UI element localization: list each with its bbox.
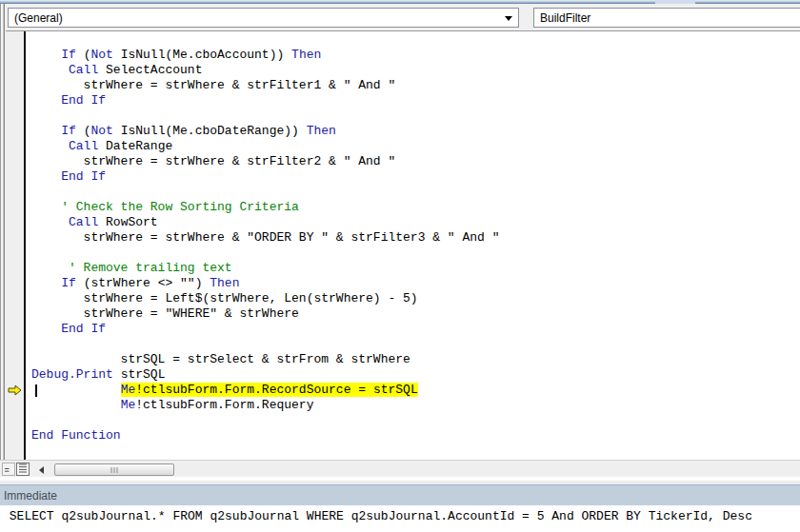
code-segment: ( — [76, 48, 91, 62]
code-segment — [31, 93, 61, 108]
code-segment — [31, 63, 69, 77]
full-module-view-icon — [19, 463, 27, 473]
code-segment: strWhere = "WHERE" & strWhere — [31, 306, 299, 321]
code-segment: Me — [121, 383, 136, 397]
code-line[interactable]: End If — [31, 93, 800, 108]
code-segment: strWhere = Left$(strWhere, Len(strWhere)… — [31, 291, 418, 305]
code-line[interactable]: Me!ctlsubForm.Form.Requery — [31, 398, 800, 413]
immediate-output-line: SELECT q2subJournal.* FROM q2subJournal … — [0, 505, 800, 524]
code-line[interactable]: ' Remove trailing text — [31, 261, 800, 276]
code-segment: strWhere = strWhere & strFilter2 & " And… — [31, 154, 395, 168]
code-segment: If — [61, 276, 76, 290]
code-segment — [31, 398, 121, 412]
scrollbar-grip-icon — [111, 467, 118, 473]
code-segment: End If — [61, 169, 106, 184]
procedure-combobox[interactable]: BuildFilter — [533, 8, 800, 28]
code-segment: IsNull(Me.cboAccount)) — [113, 48, 291, 62]
code-segment: Debug.Print — [31, 367, 113, 382]
code-line[interactable]: If (Not IsNull(Me.cboDateRange)) Then — [31, 124, 800, 139]
code-segment — [31, 383, 121, 397]
full-module-view-button[interactable] — [16, 463, 30, 476]
code-segment: Call — [69, 215, 98, 229]
code-segment: Then — [210, 276, 239, 290]
code-line[interactable] — [31, 108, 800, 124]
procedure-view-icon — [5, 464, 12, 473]
object-combobox[interactable]: (General) — [8, 8, 519, 28]
code-segment: End Function — [31, 428, 121, 443]
text-caret — [35, 384, 37, 397]
code-line[interactable] — [31, 185, 800, 200]
code-line[interactable]: strWhere = Left$(strWhere, Len(strWhere)… — [31, 291, 800, 306]
code-segment: DateRange — [98, 139, 172, 153]
code-line[interactable]: If (Not IsNull(Me.cboAccount)) Then — [31, 48, 800, 63]
immediate-window[interactable]: SELECT q2subJournal.* FROM q2subJournal … — [0, 505, 800, 532]
code-segment: !ctlsubForm.Form.Requery — [135, 398, 313, 412]
procedure-view-button[interactable] — [2, 463, 15, 476]
code-pane-header: (General) BuildFilter — [0, 4, 800, 31]
scroll-left-button[interactable] — [35, 463, 48, 476]
code-segment: Call — [69, 139, 98, 153]
code-line[interactable]: Call DateRange — [31, 139, 800, 154]
code-segment: strSQL — [113, 367, 166, 382]
code-segment: ( — [76, 124, 91, 138]
code-segment: strWhere = strWhere & strFilter1 & " And… — [31, 78, 395, 92]
code-line[interactable]: End If — [31, 322, 800, 337]
code-line[interactable]: End Function — [31, 428, 800, 443]
procedure-combobox-value: BuildFilter — [534, 11, 590, 25]
code-line[interactable]: Debug.Print strSQL — [31, 367, 800, 383]
code-line[interactable] — [31, 413, 800, 428]
code-line[interactable]: strWhere = strWhere & strFilter2 & " And… — [31, 154, 800, 169]
code-segment: End If — [61, 322, 106, 336]
horizontal-scrollbar-thumb[interactable] — [54, 463, 174, 476]
code-editor[interactable]: If (Not IsNull(Me.cboAccount)) Then Call… — [28, 31, 800, 460]
code-line[interactable]: strSQL = strSelect & strFrom & strWhere — [31, 352, 800, 367]
code-segment: If — [61, 48, 76, 62]
code-segment: RowSort — [98, 215, 157, 229]
code-segment: ' Check the Row Sorting Criteria — [31, 200, 299, 214]
code-segment — [31, 139, 69, 153]
current-line-arrow-icon — [8, 384, 22, 396]
code-segment — [31, 169, 61, 184]
immediate-pane-title: Immediate — [0, 489, 57, 502]
code-segment: Not — [90, 124, 112, 138]
code-segment — [31, 124, 61, 138]
code-segment — [31, 276, 61, 290]
code-segment — [31, 215, 69, 229]
code-segment: ' Remove trailing text — [31, 261, 232, 275]
code-segment: Then — [307, 124, 336, 138]
immediate-titlebar[interactable]: Immediate — [0, 484, 800, 505]
editor-scrollbar-row — [0, 460, 800, 477]
code-segment: SelectAccount — [98, 63, 202, 77]
code-line[interactable]: Call SelectAccount — [31, 63, 800, 78]
chevron-down-icon[interactable] — [505, 16, 512, 21]
code-line[interactable]: strWhere = strWhere & "ORDER BY " & strF… — [31, 230, 800, 246]
code-line[interactable] — [31, 246, 800, 261]
arrow-left-icon — [39, 466, 44, 474]
code-segment: Then — [291, 48, 321, 62]
code-line[interactable]: strWhere = "WHERE" & strWhere — [31, 306, 800, 322]
object-combobox-value: (General) — [9, 11, 63, 25]
code-segment: If — [61, 124, 76, 138]
horizontal-scrollbar-track[interactable] — [50, 463, 800, 477]
code-line[interactable]: End If — [31, 169, 800, 185]
code-line[interactable]: If (strWhere <> "") Then — [31, 276, 800, 291]
pane-splitter[interactable] — [0, 477, 800, 484]
code-segment — [31, 322, 61, 336]
code-segment: Call — [69, 63, 98, 77]
code-segment: strWhere = strWhere & "ORDER BY " & strF… — [31, 230, 499, 245]
code-segment: IsNull(Me.cboDateRange)) — [113, 124, 307, 138]
code-line[interactable] — [31, 337, 800, 352]
code-segment: !ctlsubForm.Form.RecordSource = strSQL — [135, 383, 417, 397]
window-left-border — [0, 4, 6, 477]
code-segment: (strWhere <> "") — [76, 276, 210, 290]
code-segment: Not — [90, 48, 112, 62]
code-line[interactable]: Call RowSort — [31, 215, 800, 230]
code-segment — [31, 48, 61, 62]
code-segment: strSQL = strSelect & strFrom & strWhere — [31, 352, 410, 366]
code-line[interactable]: strWhere = strWhere & strFilter1 & " And… — [31, 78, 800, 93]
code-line[interactable]: ' Check the Row Sorting Criteria — [31, 200, 800, 215]
code-segment: Me — [121, 398, 136, 412]
code-line[interactable]: Me!ctlsubForm.Form.RecordSource = strSQL — [31, 383, 800, 398]
code-segment: End If — [61, 93, 106, 108]
